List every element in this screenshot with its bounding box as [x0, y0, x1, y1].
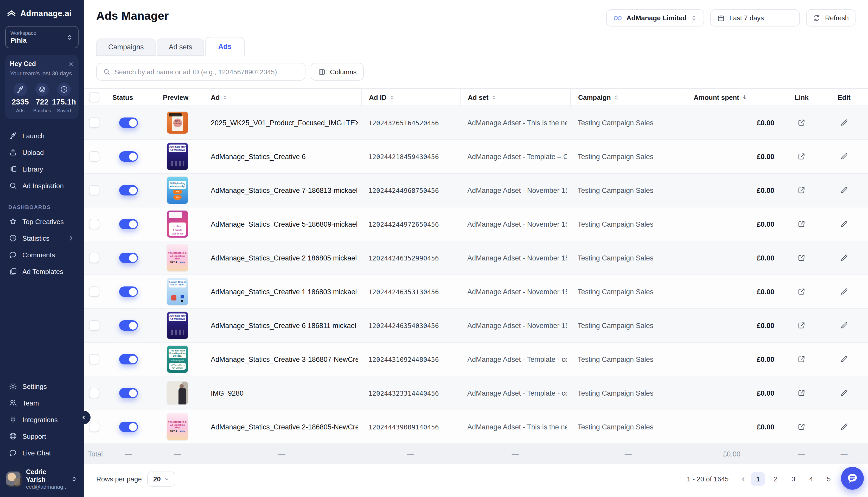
table-row: 1 click1 minute100s of adsAdManage_Stati…	[84, 208, 868, 241]
ad-preview-thumbnail[interactable]: Automate Your Ad Workflows	[167, 143, 188, 170]
row-checkbox[interactable]	[89, 151, 99, 162]
ad-preview-thumbnail[interactable]: Still Uploading Ads Manually?YesNo	[167, 177, 188, 204]
edit-button[interactable]	[838, 387, 850, 399]
tab-ad-sets[interactable]: Ad sets	[157, 39, 204, 56]
status-toggle[interactable]	[119, 388, 138, 398]
open-link-button[interactable]	[795, 353, 808, 366]
thumb-text: Automate Your Ad Workflows	[169, 313, 186, 321]
col-campaign-sort[interactable]: Campaign	[570, 89, 686, 105]
sidebar-item-upload[interactable]: Upload	[5, 144, 79, 161]
sidebar-item-integrations[interactable]: Integrations	[5, 411, 79, 428]
page-button-1[interactable]: 1	[751, 472, 765, 486]
thumb-text: TikTok	[170, 430, 177, 433]
thumb-text: Meta	[180, 261, 185, 264]
open-link-button[interactable]	[795, 150, 808, 163]
open-link-button[interactable]	[795, 184, 808, 197]
columns-button[interactable]: Columns	[311, 63, 364, 81]
rows-per-page-select[interactable]: 20	[148, 471, 175, 486]
user-menu[interactable]: Cedric Yarish ced@admanag...	[5, 467, 79, 492]
search-input[interactable]	[114, 68, 299, 76]
sidebar-item-ad-inspiration[interactable]: Ad Inspiration	[5, 177, 79, 194]
status-toggle[interactable]	[119, 253, 138, 263]
chat-fab[interactable]	[841, 467, 864, 490]
row-checkbox[interactable]	[89, 117, 99, 128]
status-toggle[interactable]	[119, 185, 138, 196]
open-link-button[interactable]	[795, 218, 808, 230]
sidebar-item-live-chat[interactable]: Live Chat	[5, 445, 79, 462]
row-checkbox[interactable]	[89, 354, 99, 365]
col-amount-sort[interactable]: Amount spent	[686, 89, 783, 105]
row-checkbox[interactable]	[89, 422, 99, 432]
tab-ads[interactable]: Ads	[205, 37, 245, 56]
sidebar-collapse-button[interactable]	[77, 411, 91, 424]
row-checkbox[interactable]	[89, 320, 99, 331]
col-ad-set-sort[interactable]: Ad set	[460, 89, 570, 105]
close-icon[interactable]	[68, 61, 74, 67]
sidebar-item-statistics[interactable]: Statistics	[5, 230, 79, 246]
page-button-4[interactable]: 4	[804, 472, 818, 486]
ad-preview-thumbnail[interactable]: Launch 100s of Ads in <1min.	[167, 278, 188, 305]
open-link-button[interactable]	[795, 116, 808, 129]
rows-per-page-label: Rows per page	[96, 475, 142, 483]
sidebar-item-library[interactable]: Library	[5, 161, 79, 177]
status-toggle[interactable]	[119, 422, 138, 432]
ad-preview-thumbnail[interactable]: 1 click1 minute100s of ads	[167, 211, 188, 238]
total-dash: —	[152, 444, 203, 464]
ad-preview-thumbnail[interactable]: 90% Reduction in Ad Launching TimeTikTok…	[167, 413, 188, 440]
open-link-button[interactable]	[795, 421, 808, 433]
date-range-selector[interactable]: Last 7 days	[711, 9, 800, 27]
ad-preview-thumbnail[interactable]: Free Your Team From Repetitive Uploads.A…	[167, 346, 188, 373]
status-toggle[interactable]	[119, 117, 138, 128]
row-checkbox[interactable]	[89, 219, 99, 229]
workspace-selector[interactable]: Workspace Pihla	[5, 26, 79, 48]
tab-campaigns[interactable]: Campaigns	[96, 39, 156, 56]
refresh-button[interactable]: Refresh	[806, 9, 855, 27]
edit-button[interactable]	[838, 353, 850, 366]
ad-preview-thumbnail[interactable]: Automate Your Ad Workflows	[167, 312, 188, 339]
ad-preview-thumbnail[interactable]: GLP-1 Patches	[167, 112, 188, 133]
sidebar-item-team[interactable]: Team	[5, 395, 79, 411]
status-toggle[interactable]	[119, 219, 138, 229]
edit-button[interactable]	[838, 184, 850, 197]
row-checkbox[interactable]	[89, 388, 99, 398]
select-all-checkbox[interactable]	[89, 92, 99, 102]
prev-page-button[interactable]	[739, 474, 748, 483]
edit-button[interactable]	[838, 319, 850, 332]
edit-button[interactable]	[838, 252, 850, 264]
user-email: ced@admanag...	[26, 483, 67, 490]
status-toggle[interactable]	[119, 320, 138, 331]
status-toggle[interactable]	[119, 286, 138, 297]
sidebar-item-launch[interactable]: Launch	[5, 127, 79, 144]
sidebar-item-settings[interactable]: Settings	[5, 378, 79, 395]
ad-preview-thumbnail[interactable]: 90% Reduction in Ad Launching TimeTikTok…	[167, 244, 188, 271]
campaign-name: Testing Campaign Sales	[574, 423, 653, 431]
refresh-label: Refresh	[825, 14, 849, 22]
edit-button[interactable]	[838, 421, 850, 433]
open-link-button[interactable]	[795, 387, 808, 399]
status-toggle[interactable]	[119, 151, 138, 162]
status-toggle[interactable]	[119, 354, 138, 365]
sidebar-item-comments[interactable]: Comments	[5, 246, 79, 263]
table-row: Automate Your Ad WorkflowsAdManage_Stati…	[84, 309, 868, 343]
ad-preview-thumbnail[interactable]	[167, 382, 188, 404]
ad-account-selector[interactable]: AdManage Limited	[606, 9, 704, 27]
open-link-button[interactable]	[795, 285, 808, 298]
edit-button[interactable]	[838, 218, 850, 230]
sidebar-item-top-creatives[interactable]: Top Creatives	[5, 213, 79, 230]
page-button-5[interactable]: 5	[822, 472, 836, 486]
page-button-3[interactable]: 3	[786, 472, 800, 486]
open-link-button[interactable]	[795, 319, 808, 332]
row-checkbox[interactable]	[89, 253, 99, 263]
open-link-button[interactable]	[795, 252, 808, 264]
sidebar-item-ad-templates[interactable]: Ad Templates	[5, 263, 79, 280]
col-ad-id-sort[interactable]: Ad ID	[361, 89, 460, 105]
row-checkbox[interactable]	[89, 185, 99, 196]
page-button-2[interactable]: 2	[769, 472, 783, 486]
col-ad-sort[interactable]: Ad	[203, 89, 361, 105]
edit-button[interactable]	[838, 285, 850, 298]
edit-button[interactable]	[838, 150, 850, 163]
row-checkbox[interactable]	[89, 286, 99, 297]
edit-button[interactable]	[838, 116, 850, 129]
ad-set-name: AdManage Adset - Template - copy:	[463, 389, 567, 397]
sidebar-item-support[interactable]: Support	[5, 428, 79, 445]
